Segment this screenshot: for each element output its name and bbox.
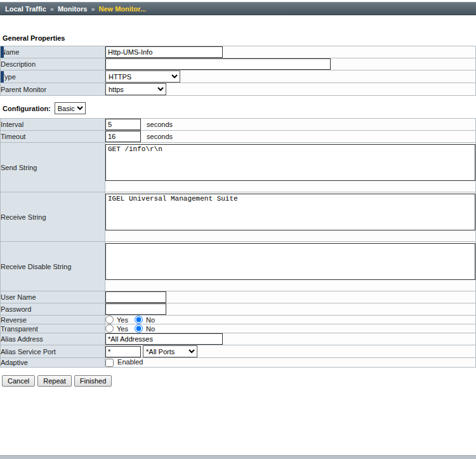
finished-button[interactable]: Finished — [74, 375, 112, 387]
footer-strip — [0, 455, 476, 459]
row-password: Password — [1, 303, 476, 316]
user-name-label: User Name — [1, 293, 36, 301]
action-button-row: Cancel Repeat Finished — [2, 375, 476, 387]
alias-address-input[interactable] — [105, 333, 223, 345]
row-interval: Interval seconds — [1, 119, 476, 131]
row-description: Description — [1, 58, 476, 70]
row-user-name: User Name — [1, 291, 476, 303]
row-alias-address: Alias Address — [1, 333, 476, 345]
row-alias-service-port: Alias Service Port *All Ports — [1, 345, 476, 358]
interval-label: Interval — [1, 121, 23, 128]
configuration-table: Interval seconds Timeout seconds Send St… — [0, 118, 476, 368]
alias-service-port-label: Alias Service Port — [1, 348, 56, 356]
row-parent-monitor: Parent Monitor https — [1, 83, 476, 96]
row-receive-string: Receive String IGEL Universal Management… — [1, 192, 476, 242]
breadcrumb-separator: » — [91, 5, 95, 13]
name-input[interactable] — [105, 46, 223, 58]
breadcrumb-local-traffic[interactable]: Local Traffic — [5, 5, 46, 13]
alias-service-port-select[interactable]: *All Ports — [143, 345, 197, 357]
type-select[interactable]: HTTPS — [105, 70, 180, 83]
receive-string-textarea[interactable]: IGEL Universal Management Suite — [105, 194, 475, 230]
reverse-yes-label[interactable]: Yes — [117, 316, 128, 324]
adaptive-label: Adaptive — [1, 359, 28, 366]
timeout-label: Timeout — [1, 133, 25, 140]
adaptive-enabled-label[interactable]: Enabled — [117, 358, 143, 366]
row-type: Type HTTPS — [1, 70, 476, 83]
parent-monitor-label: Parent Monitor — [1, 86, 46, 93]
row-receive-disable-string: Receive Disable String — [1, 242, 476, 291]
transparent-yes-label[interactable]: Yes — [117, 325, 128, 333]
row-reverse: Reverse Yes No — [1, 316, 476, 324]
timeout-suffix: seconds — [147, 133, 173, 140]
breadcrumb-monitors[interactable]: Monitors — [58, 5, 87, 13]
interval-input[interactable] — [105, 119, 141, 130]
alias-service-port-input[interactable] — [105, 346, 141, 357]
general-properties-table: Name Description Type HTTPS Parent Monit… — [0, 46, 476, 96]
timeout-input[interactable] — [105, 131, 141, 142]
row-name: Name — [1, 46, 476, 58]
repeat-button[interactable]: Repeat — [37, 375, 71, 387]
required-marker — [1, 71, 4, 83]
configuration-mode-select[interactable]: Basic — [55, 102, 86, 114]
row-timeout: Timeout seconds — [1, 131, 476, 143]
reverse-no-label[interactable]: No — [146, 316, 155, 324]
interval-suffix: seconds — [147, 121, 173, 128]
reverse-label: Reverse — [1, 316, 27, 324]
send-string-label: Send String — [1, 164, 37, 171]
transparent-no-label[interactable]: No — [146, 325, 155, 333]
cancel-button[interactable]: Cancel — [2, 375, 35, 387]
general-properties-heading: General Properties — [3, 34, 476, 42]
reverse-no-radio[interactable] — [135, 316, 143, 324]
password-label: Password — [1, 305, 31, 313]
description-input[interactable] — [105, 58, 331, 70]
password-input[interactable] — [105, 303, 166, 315]
row-send-string: Send String GET /info\r\n — [1, 143, 476, 192]
transparent-yes-radio[interactable] — [105, 324, 114, 333]
breadcrumb: Local Traffic » Monitors » New Monitor..… — [0, 2, 476, 15]
configuration-selector: Configuration: Basic — [3, 102, 476, 114]
parent-monitor-select[interactable]: https — [105, 83, 166, 95]
send-string-textarea[interactable]: GET /info\r\n — [105, 144, 475, 181]
breadcrumb-separator: » — [50, 5, 54, 13]
breadcrumb-new-monitor: New Monitor... — [99, 5, 147, 13]
transparent-label: Transparent — [1, 325, 38, 333]
receive-disable-string-textarea[interactable] — [105, 243, 475, 280]
reverse-yes-radio[interactable] — [105, 316, 114, 324]
user-name-input[interactable] — [105, 291, 166, 303]
transparent-no-radio[interactable] — [135, 324, 143, 333]
description-label: Description — [1, 60, 36, 68]
adaptive-enabled-checkbox[interactable] — [105, 359, 114, 367]
required-marker — [1, 46, 4, 58]
receive-disable-string-label: Receive Disable String — [1, 263, 71, 270]
row-transparent: Transparent Yes No — [1, 324, 476, 333]
row-adaptive: Adaptive Enabled — [1, 358, 476, 368]
configuration-label: Configuration: — [3, 105, 51, 112]
alias-address-label: Alias Address — [1, 335, 43, 343]
receive-string-label: Receive String — [1, 213, 46, 221]
